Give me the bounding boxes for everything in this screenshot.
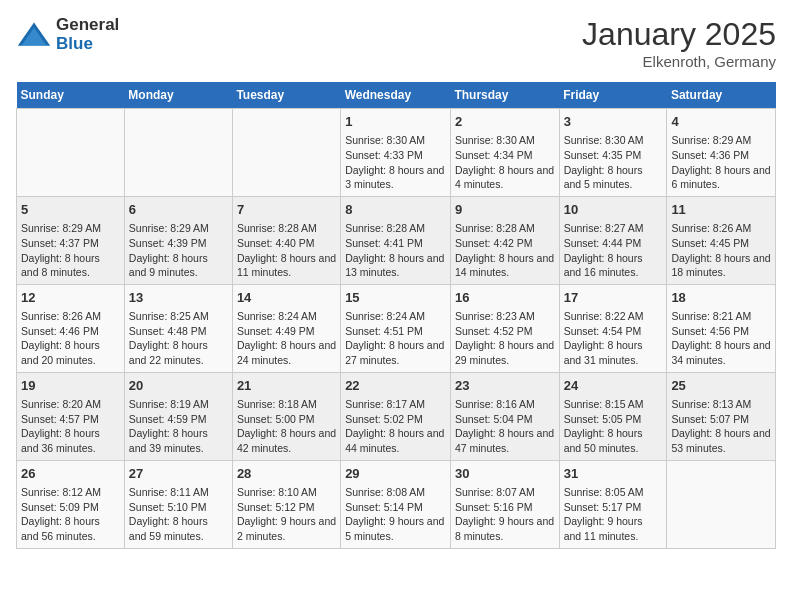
- table-row: 8Sunrise: 8:28 AMSunset: 4:41 PMDaylight…: [341, 196, 451, 284]
- table-row: [17, 109, 125, 197]
- header-friday: Friday: [559, 82, 667, 109]
- day-number: 13: [129, 289, 228, 307]
- day-number: 24: [564, 377, 663, 395]
- day-number: 14: [237, 289, 336, 307]
- day-number: 20: [129, 377, 228, 395]
- logo-text: General Blue: [56, 16, 119, 53]
- table-row: 13Sunrise: 8:25 AMSunset: 4:48 PMDayligh…: [124, 284, 232, 372]
- cell-content: Sunrise: 8:29 AMSunset: 4:36 PMDaylight:…: [671, 133, 771, 192]
- main-title: January 2025: [582, 16, 776, 53]
- table-row: 6Sunrise: 8:29 AMSunset: 4:39 PMDaylight…: [124, 196, 232, 284]
- table-row: 16Sunrise: 8:23 AMSunset: 4:52 PMDayligh…: [450, 284, 559, 372]
- table-row: [667, 460, 776, 548]
- cell-content: Sunrise: 8:23 AMSunset: 4:52 PMDaylight:…: [455, 309, 555, 368]
- day-number: 28: [237, 465, 336, 483]
- table-row: 14Sunrise: 8:24 AMSunset: 4:49 PMDayligh…: [232, 284, 340, 372]
- header-row: Sunday Monday Tuesday Wednesday Thursday…: [17, 82, 776, 109]
- day-number: 26: [21, 465, 120, 483]
- day-number: 21: [237, 377, 336, 395]
- table-row: 20Sunrise: 8:19 AMSunset: 4:59 PMDayligh…: [124, 372, 232, 460]
- day-number: 3: [564, 113, 663, 131]
- day-number: 19: [21, 377, 120, 395]
- table-row: 26Sunrise: 8:12 AMSunset: 5:09 PMDayligh…: [17, 460, 125, 548]
- cell-content: Sunrise: 8:05 AMSunset: 5:17 PMDaylight:…: [564, 485, 663, 544]
- cell-content: Sunrise: 8:28 AMSunset: 4:42 PMDaylight:…: [455, 221, 555, 280]
- day-number: 8: [345, 201, 446, 219]
- cell-content: Sunrise: 8:29 AMSunset: 4:37 PMDaylight:…: [21, 221, 120, 280]
- day-number: 22: [345, 377, 446, 395]
- calendar-row: 1Sunrise: 8:30 AMSunset: 4:33 PMDaylight…: [17, 109, 776, 197]
- header-tuesday: Tuesday: [232, 82, 340, 109]
- table-row: 3Sunrise: 8:30 AMSunset: 4:35 PMDaylight…: [559, 109, 667, 197]
- logo: General Blue: [16, 16, 119, 53]
- table-row: [232, 109, 340, 197]
- table-row: 29Sunrise: 8:08 AMSunset: 5:14 PMDayligh…: [341, 460, 451, 548]
- cell-content: Sunrise: 8:24 AMSunset: 4:49 PMDaylight:…: [237, 309, 336, 368]
- cell-content: Sunrise: 8:25 AMSunset: 4:48 PMDaylight:…: [129, 309, 228, 368]
- calendar-row: 12Sunrise: 8:26 AMSunset: 4:46 PMDayligh…: [17, 284, 776, 372]
- cell-content: Sunrise: 8:07 AMSunset: 5:16 PMDaylight:…: [455, 485, 555, 544]
- table-row: 5Sunrise: 8:29 AMSunset: 4:37 PMDaylight…: [17, 196, 125, 284]
- calendar-row: 19Sunrise: 8:20 AMSunset: 4:57 PMDayligh…: [17, 372, 776, 460]
- cell-content: Sunrise: 8:20 AMSunset: 4:57 PMDaylight:…: [21, 397, 120, 456]
- table-row: 15Sunrise: 8:24 AMSunset: 4:51 PMDayligh…: [341, 284, 451, 372]
- day-number: 27: [129, 465, 228, 483]
- header-wednesday: Wednesday: [341, 82, 451, 109]
- day-number: 18: [671, 289, 771, 307]
- table-row: 28Sunrise: 8:10 AMSunset: 5:12 PMDayligh…: [232, 460, 340, 548]
- cell-content: Sunrise: 8:30 AMSunset: 4:35 PMDaylight:…: [564, 133, 663, 192]
- day-number: 11: [671, 201, 771, 219]
- day-number: 10: [564, 201, 663, 219]
- cell-content: Sunrise: 8:27 AMSunset: 4:44 PMDaylight:…: [564, 221, 663, 280]
- logo-general: General: [56, 16, 119, 35]
- header-sunday: Sunday: [17, 82, 125, 109]
- day-number: 9: [455, 201, 555, 219]
- cell-content: Sunrise: 8:29 AMSunset: 4:39 PMDaylight:…: [129, 221, 228, 280]
- cell-content: Sunrise: 8:26 AMSunset: 4:45 PMDaylight:…: [671, 221, 771, 280]
- cell-content: Sunrise: 8:15 AMSunset: 5:05 PMDaylight:…: [564, 397, 663, 456]
- cell-content: Sunrise: 8:16 AMSunset: 5:04 PMDaylight:…: [455, 397, 555, 456]
- calendar-row: 26Sunrise: 8:12 AMSunset: 5:09 PMDayligh…: [17, 460, 776, 548]
- table-row: 21Sunrise: 8:18 AMSunset: 5:00 PMDayligh…: [232, 372, 340, 460]
- header-thursday: Thursday: [450, 82, 559, 109]
- table-row: 10Sunrise: 8:27 AMSunset: 4:44 PMDayligh…: [559, 196, 667, 284]
- day-number: 23: [455, 377, 555, 395]
- cell-content: Sunrise: 8:22 AMSunset: 4:54 PMDaylight:…: [564, 309, 663, 368]
- cell-content: Sunrise: 8:28 AMSunset: 4:40 PMDaylight:…: [237, 221, 336, 280]
- table-row: 18Sunrise: 8:21 AMSunset: 4:56 PMDayligh…: [667, 284, 776, 372]
- table-row: 1Sunrise: 8:30 AMSunset: 4:33 PMDaylight…: [341, 109, 451, 197]
- cell-content: Sunrise: 8:30 AMSunset: 4:34 PMDaylight:…: [455, 133, 555, 192]
- day-number: 4: [671, 113, 771, 131]
- table-row: 4Sunrise: 8:29 AMSunset: 4:36 PMDaylight…: [667, 109, 776, 197]
- table-row: 25Sunrise: 8:13 AMSunset: 5:07 PMDayligh…: [667, 372, 776, 460]
- table-row: 12Sunrise: 8:26 AMSunset: 4:46 PMDayligh…: [17, 284, 125, 372]
- calendar-row: 5Sunrise: 8:29 AMSunset: 4:37 PMDaylight…: [17, 196, 776, 284]
- table-row: 11Sunrise: 8:26 AMSunset: 4:45 PMDayligh…: [667, 196, 776, 284]
- header-monday: Monday: [124, 82, 232, 109]
- cell-content: Sunrise: 8:21 AMSunset: 4:56 PMDaylight:…: [671, 309, 771, 368]
- day-number: 12: [21, 289, 120, 307]
- calendar-table: Sunday Monday Tuesday Wednesday Thursday…: [16, 82, 776, 549]
- cell-content: Sunrise: 8:18 AMSunset: 5:00 PMDaylight:…: [237, 397, 336, 456]
- table-row: 9Sunrise: 8:28 AMSunset: 4:42 PMDaylight…: [450, 196, 559, 284]
- day-number: 29: [345, 465, 446, 483]
- table-row: 2Sunrise: 8:30 AMSunset: 4:34 PMDaylight…: [450, 109, 559, 197]
- day-number: 2: [455, 113, 555, 131]
- day-number: 31: [564, 465, 663, 483]
- cell-content: Sunrise: 8:24 AMSunset: 4:51 PMDaylight:…: [345, 309, 446, 368]
- subtitle: Elkenroth, Germany: [582, 53, 776, 70]
- day-number: 30: [455, 465, 555, 483]
- table-row: 30Sunrise: 8:07 AMSunset: 5:16 PMDayligh…: [450, 460, 559, 548]
- logo-icon: [16, 20, 52, 50]
- cell-content: Sunrise: 8:13 AMSunset: 5:07 PMDaylight:…: [671, 397, 771, 456]
- table-row: 23Sunrise: 8:16 AMSunset: 5:04 PMDayligh…: [450, 372, 559, 460]
- page-header: General Blue January 2025 Elkenroth, Ger…: [16, 16, 776, 70]
- cell-content: Sunrise: 8:12 AMSunset: 5:09 PMDaylight:…: [21, 485, 120, 544]
- table-row: 24Sunrise: 8:15 AMSunset: 5:05 PMDayligh…: [559, 372, 667, 460]
- day-number: 7: [237, 201, 336, 219]
- table-row: [124, 109, 232, 197]
- cell-content: Sunrise: 8:11 AMSunset: 5:10 PMDaylight:…: [129, 485, 228, 544]
- table-row: 22Sunrise: 8:17 AMSunset: 5:02 PMDayligh…: [341, 372, 451, 460]
- table-row: 19Sunrise: 8:20 AMSunset: 4:57 PMDayligh…: [17, 372, 125, 460]
- table-row: 27Sunrise: 8:11 AMSunset: 5:10 PMDayligh…: [124, 460, 232, 548]
